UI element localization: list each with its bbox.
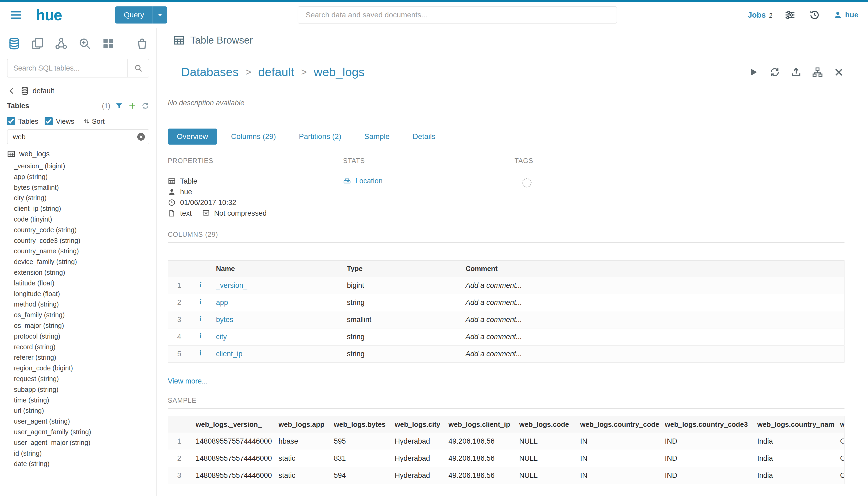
column-item[interactable]: city (string) (14, 193, 149, 203)
sidebar-tab-sql[interactable] (7, 36, 21, 51)
table-description[interactable]: No description available (168, 99, 845, 107)
tab-sample[interactable]: Sample (355, 128, 399, 144)
breadcrumb-database[interactable]: default (258, 65, 294, 79)
column-item[interactable]: device_family (string) (14, 257, 149, 267)
tab-columns[interactable]: Columns (29) (222, 128, 285, 144)
column-item[interactable]: time (string) (14, 395, 149, 406)
sidebar-tab-apps[interactable] (101, 36, 115, 51)
add-table-button[interactable] (128, 102, 137, 110)
tab-details[interactable]: Details (404, 128, 444, 144)
sidebar-tab-documents[interactable] (30, 36, 45, 51)
row-number: 1 (168, 433, 190, 450)
column-item[interactable]: os_major (string) (14, 321, 149, 331)
breadcrumb-table[interactable]: web_logs (314, 65, 364, 79)
breadcrumb-databases[interactable]: Databases (181, 65, 239, 79)
sample-cell: India (752, 433, 835, 450)
column-item[interactable]: latitude (float) (14, 278, 149, 289)
info-cell[interactable] (190, 311, 211, 328)
column-item[interactable]: _version_ (bigint) (14, 161, 149, 172)
refresh-table-button[interactable] (769, 66, 780, 78)
column-item[interactable]: os_family (string) (14, 310, 149, 321)
sidebar-tab-basket[interactable] (135, 36, 149, 51)
column-comment[interactable]: Add a comment... (460, 311, 845, 328)
location-link[interactable]: Location (355, 177, 382, 185)
query-table-button[interactable] (748, 66, 759, 78)
column-item[interactable]: request (string) (14, 374, 149, 384)
column-comment[interactable]: Add a comment... (460, 277, 845, 294)
column-item[interactable]: id (string) (14, 448, 149, 459)
column-comment[interactable]: Add a comment... (460, 294, 845, 311)
column-item[interactable]: extension (string) (14, 267, 149, 278)
history-button[interactable] (809, 9, 821, 21)
tables-title: Tables (7, 102, 29, 110)
column-item[interactable]: url (string) (14, 405, 149, 416)
user-menu[interactable]: hue (833, 11, 858, 19)
views-checkbox[interactable] (45, 117, 53, 125)
close-button[interactable] (833, 66, 845, 78)
lineage-button[interactable] (812, 66, 823, 78)
jobs-link[interactable]: Jobs 2 (748, 11, 772, 19)
column-name-link[interactable]: app (216, 298, 228, 307)
table-actions (748, 66, 845, 78)
column-type: bigint (342, 277, 460, 294)
column-item[interactable]: country_name (string) (14, 246, 149, 257)
column-item[interactable]: method (string) (14, 299, 149, 310)
column-item[interactable]: app (string) (14, 172, 149, 182)
table-filter-input[interactable] (7, 129, 149, 144)
row-number: 4 (168, 328, 190, 345)
query-dropdown-button[interactable] (153, 6, 167, 24)
table-list-item[interactable]: web_logs (7, 149, 149, 159)
info-cell[interactable] (190, 345, 211, 363)
column-comment[interactable]: Add a comment... (460, 345, 845, 363)
column-item[interactable]: protocol (string) (14, 331, 149, 342)
sort-button[interactable]: Sort (83, 117, 105, 126)
column-item[interactable]: country_code (string) (14, 225, 149, 235)
column-name-link[interactable]: client_ip (216, 350, 242, 358)
column-item[interactable]: subapp (string) (14, 384, 149, 395)
query-button[interactable]: Query (115, 6, 153, 24)
column-comment[interactable]: Add a comment... (460, 328, 845, 345)
sql-table-search-button[interactable] (127, 59, 149, 78)
column-name-link[interactable]: _version_ (216, 281, 247, 290)
column-item[interactable]: referer (string) (14, 352, 149, 363)
views-checkbox-label[interactable]: Views (56, 117, 74, 126)
refresh-tables-button[interactable] (141, 102, 149, 110)
info-cell[interactable] (190, 328, 211, 345)
column-item[interactable]: longitude (float) (14, 289, 149, 299)
row-number: 1 (168, 277, 190, 294)
tables-checkbox-label[interactable]: Tables (18, 117, 38, 126)
column-item[interactable]: user_agent (string) (14, 416, 149, 427)
column-item[interactable]: client_ip (string) (14, 203, 149, 214)
column-item[interactable]: code (tinyint) (14, 214, 149, 225)
upload-button[interactable] (790, 66, 802, 78)
hue-logo[interactable]: hue (36, 7, 62, 23)
column-name-link[interactable]: city (216, 333, 227, 341)
filter-tables-button[interactable] (115, 102, 123, 110)
clear-filter-button[interactable] (137, 132, 146, 141)
row-number: 5 (168, 345, 190, 363)
column-item[interactable]: country_code3 (string) (14, 235, 149, 246)
global-search-input[interactable] (298, 6, 617, 24)
jobs-settings-button[interactable] (784, 9, 797, 21)
info-cell[interactable] (190, 277, 211, 294)
info-cell[interactable] (190, 294, 211, 311)
back-button[interactable] (7, 86, 17, 96)
sidebar-tab-search[interactable] (78, 36, 92, 51)
column-item[interactable]: user_agent_family (string) (14, 427, 149, 437)
sql-table-search-input[interactable] (7, 59, 127, 78)
tables-checkbox[interactable] (7, 117, 15, 125)
column-item[interactable]: user_agent_major (string) (14, 437, 149, 448)
column-item[interactable]: region_code (bigint) (14, 363, 149, 374)
tab-overview[interactable]: Overview (168, 128, 217, 144)
hamburger-menu-button[interactable] (10, 8, 23, 22)
column-item[interactable]: record (string) (14, 342, 149, 353)
view-more-link[interactable]: View more... (168, 377, 208, 385)
column-item[interactable]: date (string) (14, 459, 149, 469)
column-name-link[interactable]: bytes (216, 315, 234, 324)
sidebar-tab-collections[interactable] (54, 36, 68, 51)
column-item[interactable]: bytes (smallint) (14, 182, 149, 193)
tab-partitions[interactable]: Partitions (2) (290, 128, 350, 144)
row-number: 3 (168, 467, 190, 484)
database-name[interactable]: default (33, 87, 54, 95)
sample-cell: IND (660, 467, 752, 484)
